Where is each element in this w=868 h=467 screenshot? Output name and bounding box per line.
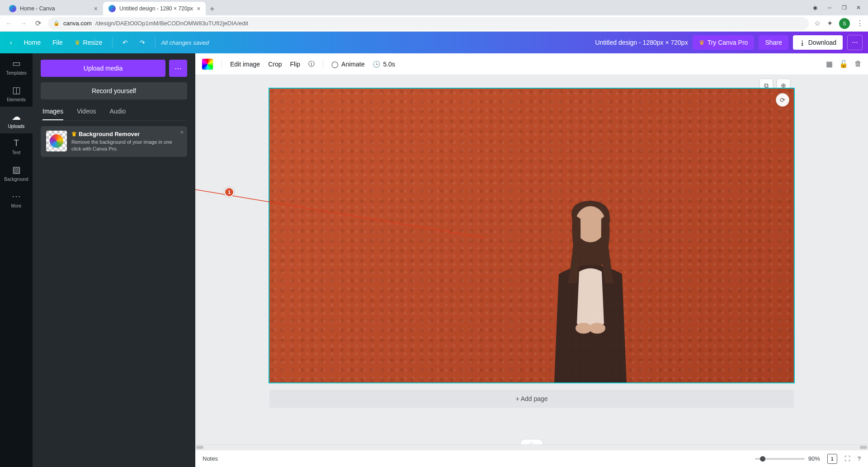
separator: [323, 59, 323, 70]
crown-icon: ♛: [699, 39, 705, 46]
notes-button[interactable]: Notes: [203, 455, 218, 462]
crop-button[interactable]: Crop: [268, 61, 282, 68]
star-icon[interactable]: ☆: [814, 19, 821, 28]
zoom-thumb[interactable]: [760, 456, 765, 462]
rail-label: Templates: [6, 71, 27, 75]
close-promo-icon[interactable]: ×: [180, 129, 184, 136]
more-options-button[interactable]: ⋯: [847, 35, 863, 50]
upload-media-button[interactable]: Upload media: [41, 60, 165, 77]
upload-more-button[interactable]: ⋯: [169, 60, 187, 77]
resize-button[interactable]: ♛Resize: [70, 36, 107, 49]
background-icon: ▨: [12, 164, 21, 175]
new-tab-button[interactable]: +: [206, 3, 218, 15]
uploads-icon: ☁: [12, 111, 21, 122]
canvas-page[interactable]: ⟳: [269, 89, 794, 382]
help-icon[interactable]: ?: [858, 455, 861, 462]
home-button[interactable]: Home: [19, 36, 45, 49]
back-icon[interactable]: ←: [5, 19, 14, 28]
promo-desc: Remove the background of your image in o…: [71, 139, 182, 152]
close-tab-icon[interactable]: ×: [94, 5, 98, 12]
scroll-right-icon[interactable]: [860, 446, 867, 449]
add-page-button[interactable]: + Add page: [269, 390, 794, 408]
window-controls: ◉ ─ ❐ ✕: [812, 0, 868, 15]
edit-image-button[interactable]: Edit image: [230, 61, 260, 68]
info-icon[interactable]: ⓘ: [308, 60, 315, 68]
reload-icon[interactable]: ⟳: [33, 19, 42, 28]
tab-images[interactable]: Images: [42, 108, 63, 120]
animate-button[interactable]: ◯Animate: [331, 61, 364, 68]
page-strip-toggle-icon[interactable]: ︿: [520, 439, 543, 444]
rail-label: Background: [4, 177, 28, 182]
context-toolbar: Edit image Crop Flip ⓘ ◯Animate 🕒5.0s ▦ …: [195, 53, 868, 75]
promo-title: ♛Background Remover: [71, 131, 182, 137]
color-swatch[interactable]: [202, 58, 213, 70]
canva-favicon-icon: [108, 5, 116, 12]
redo-icon[interactable]: ↷: [135, 36, 150, 49]
url-host: canva.com: [63, 20, 92, 27]
dots-icon: ⋯: [175, 64, 182, 73]
lock-icon: 🔒: [53, 20, 60, 26]
try-pro-label: Try Canva Pro: [708, 39, 748, 46]
separator: [222, 59, 222, 70]
back-to-home-icon[interactable]: ‹: [5, 36, 17, 49]
editor-footer: Notes 90% 1 ⛶ ?: [195, 450, 868, 467]
minimize-icon[interactable]: ─: [826, 5, 833, 11]
crown-icon: ♛: [71, 131, 77, 137]
rail-uploads[interactable]: ☁Uploads: [0, 107, 33, 133]
flip-button[interactable]: Flip: [290, 61, 301, 68]
zoom-value[interactable]: 90%: [808, 455, 820, 462]
close-window-icon[interactable]: ✕: [855, 5, 862, 11]
foreground-person-image[interactable]: [532, 193, 649, 382]
animate-label: Animate: [341, 61, 364, 68]
download-button[interactable]: ⭳Download: [793, 35, 843, 50]
canvas-stage[interactable]: ⧉ ⊕: [195, 75, 868, 444]
left-rail: ▭Templates ◫Elements ☁Uploads TText ▨Bac…: [0, 53, 33, 467]
rail-elements[interactable]: ◫Elements: [0, 80, 33, 107]
rail-label: Elements: [7, 97, 26, 102]
tab-videos[interactable]: Videos: [77, 108, 96, 120]
rail-background[interactable]: ▨Background: [0, 160, 33, 186]
rail-text[interactable]: TText: [0, 133, 33, 160]
forward-icon[interactable]: →: [19, 19, 28, 28]
clock-icon: 🕒: [373, 61, 380, 68]
url-input[interactable]: 🔒 canva.com/design/DAEtO0Op1mM/BeCODnOMW…: [48, 17, 809, 30]
document-title[interactable]: Untitled design - 1280px × 720px: [595, 39, 688, 46]
close-tab-icon[interactable]: ×: [197, 5, 200, 12]
file-menu[interactable]: File: [48, 36, 67, 49]
extensions-icon[interactable]: ✦: [827, 19, 833, 28]
transparency-icon[interactable]: ▦: [826, 60, 833, 68]
browser-tab-active[interactable]: Untitled design - 1280 × 720px ×: [103, 2, 206, 15]
templates-icon: ▭: [12, 58, 21, 69]
resize-label: Resize: [83, 39, 103, 46]
delete-icon[interactable]: 🗑: [854, 60, 862, 68]
svg-point-3: [589, 323, 605, 334]
scroll-left-icon[interactable]: [196, 446, 203, 449]
tab-title: Untitled design - 1280 × 720px: [119, 5, 193, 12]
fullscreen-icon[interactable]: ⛶: [844, 455, 850, 462]
timing-button[interactable]: 🕒5.0s: [373, 61, 395, 68]
tab-audio[interactable]: Audio: [109, 108, 126, 120]
crown-icon: ♛: [75, 39, 80, 46]
undo-icon[interactable]: ↶: [118, 36, 132, 49]
rail-label: Text: [12, 150, 20, 155]
text-icon: T: [14, 138, 19, 148]
rail-more[interactable]: ⋯More: [0, 186, 33, 213]
lock-icon[interactable]: 🔓: [839, 60, 848, 68]
animate-icon: ◯: [331, 61, 339, 68]
profile-avatar[interactable]: S: [839, 18, 850, 29]
try-canva-pro-button[interactable]: ♛Try Canva Pro: [693, 35, 755, 50]
share-button[interactable]: Share: [759, 35, 788, 50]
bg-remover-promo[interactable]: ♛Background Remover Remove the backgroun…: [41, 126, 187, 157]
rail-templates[interactable]: ▭Templates: [0, 53, 33, 80]
chrome-menu-icon[interactable]: ⋮: [856, 19, 863, 28]
maximize-icon[interactable]: ❐: [841, 5, 847, 11]
zoom-slider[interactable]: [755, 458, 805, 460]
media-tabs: Images Videos Audio: [41, 105, 187, 121]
page-count-badge[interactable]: 1: [827, 454, 837, 464]
record-yourself-button[interactable]: Record yourself: [41, 82, 187, 99]
reset-icon[interactable]: ⟳: [776, 93, 789, 107]
canva-favicon-icon: [9, 5, 16, 12]
horizontal-scrollbar[interactable]: [195, 444, 868, 450]
save-status: All changes saved: [161, 39, 209, 46]
browser-tab[interactable]: Home - Canva ×: [4, 2, 103, 15]
